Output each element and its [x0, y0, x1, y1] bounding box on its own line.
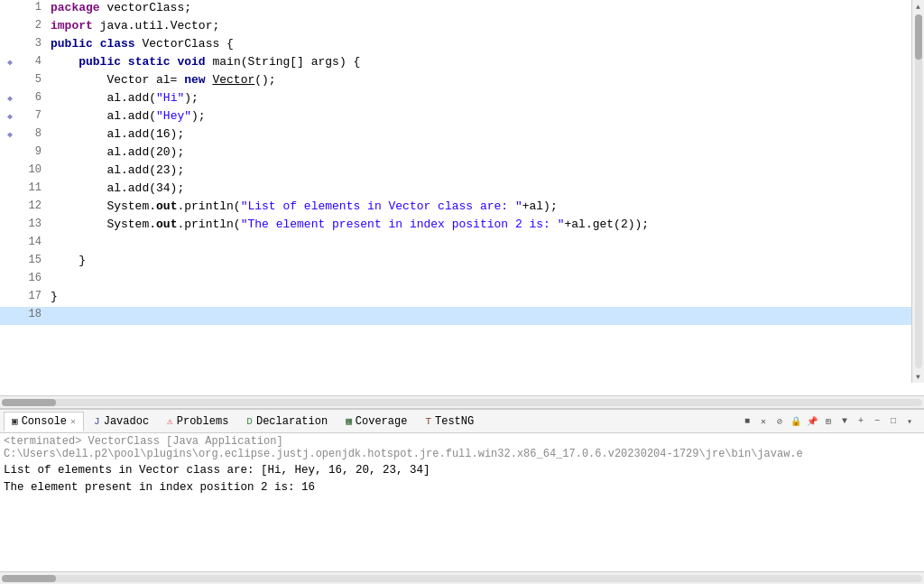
code-content-16[interactable]	[47, 271, 924, 289]
line-number-1: 1	[20, 0, 47, 18]
editor-horizontal-scrollbar[interactable]	[0, 395, 924, 408]
code-content-4[interactable]: public static void main(String[] args) {	[47, 54, 924, 72]
code-line-14: 14	[0, 235, 924, 253]
code-content-15[interactable]: }	[47, 253, 924, 271]
token	[121, 55, 128, 69]
view-menu-button[interactable]: ▾	[902, 414, 917, 429]
line-number-7: 7	[20, 108, 47, 126]
code-content-9[interactable]: al.add(20);	[47, 144, 924, 162]
code-content-14[interactable]	[47, 235, 924, 253]
breakpoint-icon-8[interactable]: ◆	[7, 130, 13, 140]
tab-console-label: Console	[22, 415, 67, 428]
tab-console-close[interactable]: ✕	[70, 416, 76, 427]
hscroll-track	[2, 399, 922, 406]
scroll-down-arrow[interactable]: ▼	[912, 370, 925, 383]
code-content-18[interactable]	[47, 307, 924, 325]
token: +al);	[522, 199, 558, 213]
code-line-15: 15 }	[0, 253, 924, 271]
token: static	[128, 55, 171, 69]
open-console-button[interactable]: ⊞	[821, 414, 836, 429]
token: );	[191, 109, 206, 123]
vertical-scrollbar[interactable]: ▲ ▼	[911, 0, 924, 383]
token: al.add(	[51, 91, 156, 105]
token: .println(	[177, 218, 240, 231]
tab-console[interactable]: ▣ Console ✕	[4, 412, 84, 431]
scroll-lock-button[interactable]: 🔒	[789, 414, 803, 429]
pin-console-button[interactable]: 📌	[805, 414, 819, 429]
token: .println(	[177, 199, 240, 213]
code-content-10[interactable]: al.add(23);	[47, 162, 924, 181]
token: "Hi"	[156, 91, 184, 105]
breakpoint-icon-7[interactable]: ◆	[7, 112, 13, 122]
console-output: List of elements in Vector class are: [H…	[4, 462, 920, 496]
scroll-track	[915, 14, 922, 368]
gutter-17	[0, 289, 20, 307]
token: out	[156, 218, 177, 231]
code-line-3: 3public class VectorClass {	[0, 36, 924, 54]
line-number-18: 18	[20, 307, 47, 325]
minimize-button[interactable]: −	[870, 414, 884, 429]
code-content-3[interactable]: public class VectorClass {	[47, 36, 924, 54]
gutter-6: ◆	[0, 90, 20, 108]
code-content-7[interactable]: al.add("Hey");	[47, 108, 924, 126]
maximize-button[interactable]: □	[886, 414, 901, 429]
scroll-thumb[interactable]	[915, 14, 922, 60]
gutter-18	[0, 307, 20, 325]
code-line-6: ◆6 al.add("Hi");	[0, 90, 924, 108]
console-panel: ▣ Console ✕ J Javadoc ⚠ Problems D Decla…	[0, 408, 924, 584]
gutter-16	[0, 271, 20, 289]
console-terminated-line: <terminated> VectorClass [Java Applicati…	[4, 435, 920, 460]
tab-declaration[interactable]: D Declaration	[238, 412, 336, 431]
code-content-2[interactable]: import java.util.Vector;	[47, 18, 924, 36]
console-hscroll-thumb[interactable]	[2, 575, 56, 582]
gutter-14	[0, 235, 20, 253]
gutter-5	[0, 72, 20, 90]
scroll-up-arrow[interactable]: ▲	[912, 0, 925, 13]
token: vectorClass;	[100, 1, 191, 14]
line-number-10: 10	[20, 162, 47, 181]
remove-launch-button[interactable]: ✕	[756, 414, 771, 429]
code-content-6[interactable]: al.add("Hi");	[47, 90, 924, 108]
display-selected-console[interactable]: ▼	[837, 414, 852, 429]
line-number-15: 15	[20, 253, 47, 271]
token: public	[79, 55, 121, 69]
code-line-4: ◆4 public static void main(String[] args…	[0, 54, 924, 72]
code-line-11: 11 al.add(34);	[0, 181, 924, 199]
javadoc-icon: J	[94, 416, 100, 427]
code-line-5: 5 Vector al= new Vector();	[0, 72, 924, 90]
code-content-11[interactable]: al.add(34);	[47, 181, 924, 199]
clear-console-button[interactable]: ⊘	[772, 414, 787, 429]
token: al.add(	[51, 109, 156, 123]
token: java.util.Vector;	[93, 19, 219, 32]
code-line-9: 9 al.add(20);	[0, 144, 924, 162]
token: public	[51, 37, 93, 51]
terminate-button[interactable]: ■	[740, 414, 754, 429]
console-output-line-1: List of elements in Vector class are: [H…	[4, 462, 920, 479]
code-content-1[interactable]: package vectorClass;	[47, 0, 924, 18]
code-content-5[interactable]: Vector al= new Vector();	[47, 72, 924, 90]
breakpoint-icon-4[interactable]: ◆	[7, 58, 13, 68]
tab-problems[interactable]: ⚠ Problems	[159, 412, 236, 431]
gutter-13	[0, 217, 20, 235]
tab-testng[interactable]: T TestNG	[417, 412, 482, 431]
console-tabs-bar: ▣ Console ✕ J Javadoc ⚠ Problems D Decla…	[0, 410, 924, 433]
token: "List of elements in Vector class are: "	[241, 199, 522, 213]
token: package	[51, 1, 100, 14]
code-wrapper: 1package vectorClass;2import java.util.V…	[0, 0, 924, 395]
hscroll-thumb[interactable]	[2, 399, 56, 406]
console-horizontal-scrollbar[interactable]	[0, 571, 924, 584]
gutter-8: ◆	[0, 126, 20, 144]
breakpoint-icon-6[interactable]: ◆	[7, 94, 13, 104]
new-console-view[interactable]: +	[854, 414, 868, 429]
token: System.	[51, 199, 156, 213]
code-line-13: 13 System.out.println("The element prese…	[0, 217, 924, 235]
code-lines-area[interactable]: 1package vectorClass;2import java.util.V…	[0, 0, 924, 395]
tab-coverage-label: Coverage	[356, 415, 408, 428]
code-content-12[interactable]: System.out.println("List of elements in …	[47, 199, 924, 217]
code-content-17[interactable]: }	[47, 289, 924, 307]
tab-javadoc[interactable]: J Javadoc	[86, 412, 157, 431]
tab-coverage[interactable]: ▦ Coverage	[337, 412, 415, 431]
code-content-8[interactable]: al.add(16);	[47, 126, 924, 144]
gutter-3	[0, 36, 20, 54]
code-content-13[interactable]: System.out.println("The element present …	[47, 217, 924, 235]
